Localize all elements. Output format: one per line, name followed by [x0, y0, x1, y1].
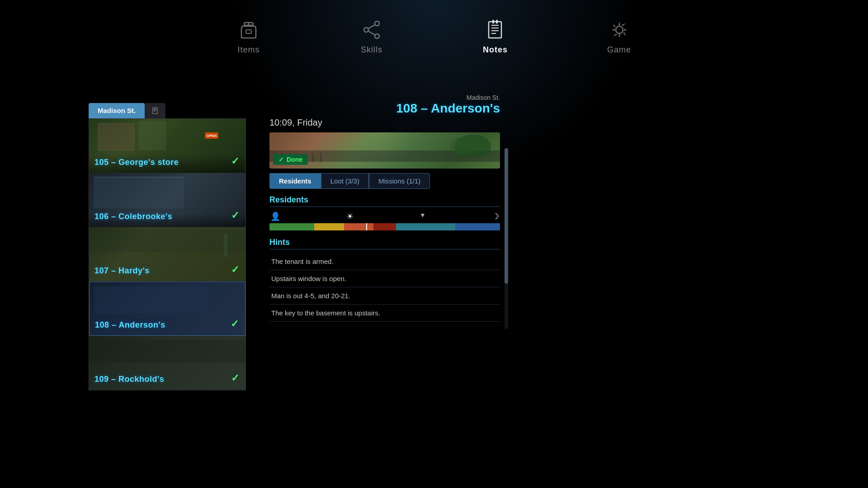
location-check-107: ✓ [231, 264, 239, 276]
timeline-seg-orange [344, 223, 374, 230]
tab-notes-icon[interactable] [145, 103, 165, 118]
timeline-container: 👤 ☀ ▼ ☽ [269, 211, 500, 230]
svg-rect-16 [153, 108, 158, 114]
location-name-106: 106 – Colebrooke's [94, 212, 172, 221]
timeline-seg-yellow [314, 223, 344, 230]
right-scrollbar[interactable] [505, 148, 508, 329]
notebook-icon [483, 18, 507, 42]
location-name-107: 107 – Hardy's [94, 266, 150, 276]
nav-item-skills[interactable]: Skills [360, 18, 383, 55]
timeline-seg-teal [396, 223, 456, 230]
top-navigation: Items Skills Not [0, 0, 868, 72]
location-meta: Madison St. 108 – Anderson's [269, 94, 500, 116]
location-item-107[interactable]: 107 – Hardy's ✓ [89, 227, 245, 282]
svg-line-7 [368, 31, 375, 35]
svg-point-15 [616, 26, 623, 33]
street-name: Madison St. [269, 94, 500, 101]
right-scrollbar-thumb [505, 148, 508, 284]
timeline-seg-blue [455, 223, 500, 230]
backpack-icon [237, 18, 260, 42]
detail-tabs: Residents Loot (3/3) Missions (1/1) [269, 173, 500, 189]
gear-icon [608, 18, 631, 42]
location-check-106: ✓ [231, 210, 239, 221]
moon-icon: ☽ [492, 211, 499, 221]
location-image: ✓ Done [269, 132, 500, 169]
nav-label-game: Game [607, 45, 631, 55]
svg-rect-13 [492, 20, 494, 23]
done-badge: ✓ Done [273, 154, 308, 165]
residents-section: Residents 👤 ☀ ▼ ☽ Hints The tenant is [269, 195, 500, 322]
nav-label-notes: Notes [483, 45, 508, 55]
timeline-seg-green [269, 223, 314, 230]
nav-item-items[interactable]: Items [237, 18, 260, 55]
location-item-108[interactable]: 108 – Anderson's ✓ [89, 282, 245, 336]
nav-item-notes[interactable]: Notes [483, 18, 508, 55]
tab-missions[interactable]: Missions (1/1) [369, 173, 430, 189]
done-check-icon: ✓ [278, 156, 284, 163]
sun-icon: ☀ [346, 211, 354, 221]
nav-label-skills: Skills [361, 45, 382, 55]
location-item-109[interactable]: 109 – Rockhold's ✓ [89, 336, 245, 390]
tab-madison-st[interactable]: Madison St. [89, 103, 145, 118]
svg-point-4 [364, 28, 368, 32]
nav-item-game[interactable]: Game [607, 18, 631, 55]
residents-title: Residents [269, 195, 500, 207]
open-sign: OPEN [205, 132, 218, 139]
svg-point-5 [375, 34, 379, 38]
location-name-109: 109 – Rockhold's [94, 375, 164, 384]
location-item-105[interactable]: OPEN 105 – George's store ✓ [89, 119, 245, 173]
time-display: 10:09, Friday [269, 117, 500, 128]
nav-label-items: Items [237, 45, 259, 55]
hint-item-1: Upstairs window is open. [269, 270, 500, 287]
timeline-seg-darkred [373, 223, 396, 230]
svg-rect-2 [246, 30, 251, 33]
hint-item-2: Man is out 4-5, and 20-21. [269, 287, 500, 305]
person-icon: 👤 [270, 211, 280, 221]
hint-item-0: The tenant is armed. [269, 253, 500, 270]
tab-loot[interactable]: Loot (3/3) [321, 173, 369, 189]
timeline-icons: 👤 ☀ ▼ ☽ [269, 211, 500, 221]
location-name-105: 105 – George's store [94, 158, 179, 167]
location-title: 108 – Anderson's [269, 101, 500, 116]
hint-item-3: The key to the basement is upstairs. [269, 305, 500, 322]
share-icon [360, 18, 383, 42]
triangle-icon: ▼ [420, 211, 426, 221]
hints-section: Hints The tenant is armed. Upstairs wind… [269, 238, 500, 322]
location-list: OPEN 105 – George's store ✓ 106 – Colebr… [89, 118, 246, 390]
hints-title: Hints [269, 238, 500, 249]
location-check-105: ✓ [231, 155, 239, 167]
location-name-108: 108 – Anderson's [95, 320, 165, 330]
svg-rect-8 [489, 22, 501, 38]
tab-residents[interactable]: Residents [269, 173, 321, 189]
svg-point-3 [375, 21, 379, 26]
svg-line-6 [368, 25, 375, 28]
done-label: Done [287, 156, 302, 163]
location-item-106[interactable]: 106 – Colebrooke's ✓ [89, 173, 245, 227]
timeline-bar [269, 223, 500, 230]
timeline-marker [366, 223, 367, 230]
location-check-108: ✓ [231, 318, 239, 330]
location-tabs: Madison St. [89, 103, 246, 118]
location-check-109: ✓ [231, 372, 239, 384]
right-panel: Madison St. 108 – Anderson's 10:09, Frid… [269, 94, 500, 322]
svg-rect-14 [496, 20, 498, 23]
left-panel: Madison St. OPEN 105 – George's store ✓ [89, 103, 246, 390]
